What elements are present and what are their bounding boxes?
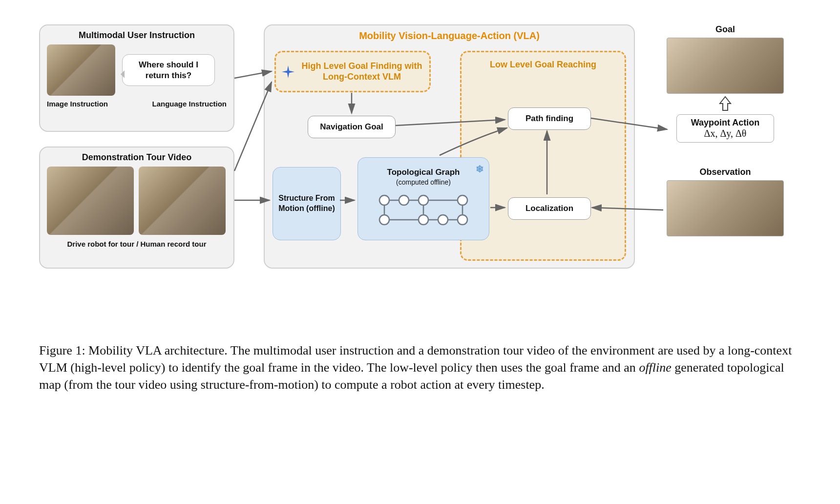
tour-photo-robot xyxy=(47,167,134,235)
topological-graph-icon xyxy=(372,190,475,230)
caption-italic: offline xyxy=(639,360,671,375)
svg-point-9 xyxy=(379,215,389,225)
svg-point-6 xyxy=(399,195,409,205)
label-observation: Observation xyxy=(659,167,791,177)
snowflake-icon: ❄ xyxy=(476,163,484,175)
label-image-instruction: Image Instruction xyxy=(47,100,108,108)
box-localization: Localization xyxy=(508,197,591,220)
label-language-instruction: Language Instruction xyxy=(152,100,227,108)
panel-user-instruction: Multimodal User Instruction Where should… xyxy=(39,24,234,132)
label-waypoint: Waypoint Action xyxy=(682,118,769,128)
box-navigation-goal: Navigation Goal xyxy=(308,116,396,138)
sparkle-icon xyxy=(282,65,294,78)
panel-title-user-instruction: Multimodal User Instruction xyxy=(47,30,227,41)
architecture-diagram: Multimodal User Instruction Where should… xyxy=(39,24,801,322)
label-topological-graph: Topological Graph xyxy=(387,167,460,178)
speech-bubble: Where should I return this? xyxy=(122,54,215,86)
right-column: Goal Waypoint Action Δx, Δy, Δθ Observat… xyxy=(659,24,791,236)
panel-title-vla: Mobility Vision-Language-Action (VLA) xyxy=(273,30,626,42)
observation-image xyxy=(667,180,784,236)
figure-caption: Figure 1: Mobility VLA architecture. The… xyxy=(39,342,796,393)
svg-point-8 xyxy=(458,195,467,205)
tour-caption: Drive robot for tour / Human record tour xyxy=(47,240,227,248)
box-topological-graph: ❄ Topological Graph (computed offline) xyxy=(357,157,489,240)
label-high-level: High Level Goal Finding with Long-Contex… xyxy=(300,61,423,82)
svg-point-7 xyxy=(419,195,428,205)
box-sfm: Structure From Motion (offline) xyxy=(273,167,341,240)
box-path-finding: Path finding xyxy=(508,107,591,130)
panel-mobility-vla: Mobility Vision-Language-Action (VLA) Lo… xyxy=(264,24,635,269)
tour-photo-human xyxy=(139,167,226,235)
svg-point-10 xyxy=(419,215,428,225)
goal-image xyxy=(667,38,784,94)
svg-point-5 xyxy=(379,195,389,205)
label-goal: Goal xyxy=(659,24,791,35)
waypoint-math: Δx, Δy, Δθ xyxy=(682,128,769,139)
svg-point-12 xyxy=(458,215,467,225)
image-instruction-photo xyxy=(47,44,115,96)
panel-demo-tour: Demonstration Tour Video Drive robot for… xyxy=(39,147,234,269)
panel-title-demo-tour: Demonstration Tour Video xyxy=(47,152,227,163)
svg-point-11 xyxy=(438,215,448,225)
label-low-level: Low Level Goal Reaching xyxy=(462,59,625,70)
box-high-level: High Level Goal Finding with Long-Contex… xyxy=(274,51,431,92)
up-arrow-icon xyxy=(718,96,733,111)
box-waypoint-action: Waypoint Action Δx, Δy, Δθ xyxy=(676,114,774,143)
label-topological-sub: (computed offline) xyxy=(396,178,451,187)
